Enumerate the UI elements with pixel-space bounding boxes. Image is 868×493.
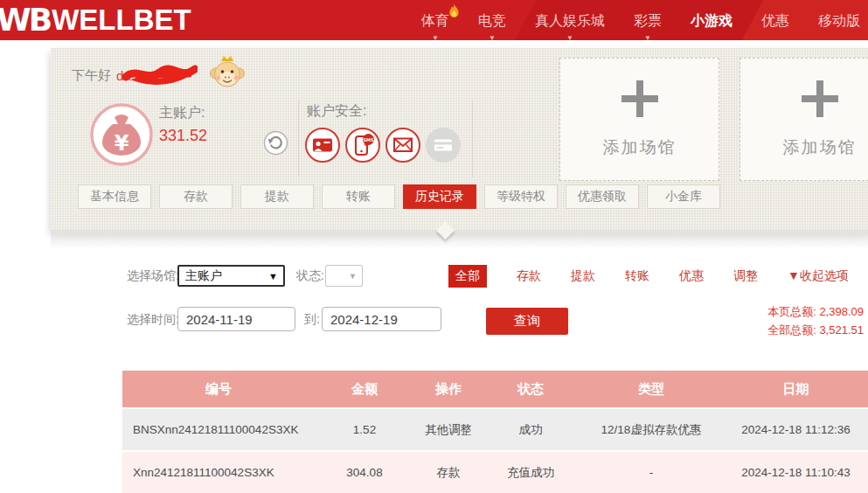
totals: 本页总额: 2,398.09 全部总额: 3,521.51 <box>767 302 864 339</box>
col-header-date: 日期 <box>724 381 868 398</box>
nav-item-label: 移动版 <box>818 13 860 28</box>
col-header-id: 编号 <box>122 381 315 398</box>
money-bag-icon: ¥ <box>89 102 154 167</box>
redaction-scribble <box>122 63 198 86</box>
cell-amount: 304.08 <box>315 466 414 479</box>
nav-item-label: 真人娱乐城 <box>535 13 605 28</box>
chevron-down-icon: ▼ <box>349 272 362 281</box>
cell-type: - <box>579 466 724 479</box>
hot-fire-icon <box>448 3 461 20</box>
tab-withdraw[interactable]: 提款 <box>240 184 314 209</box>
cell-id: BNSXnn24121811100042S3XK <box>122 423 315 436</box>
plus-icon <box>621 80 658 117</box>
yuan-symbol: ¥ <box>115 131 129 156</box>
tab-promo-claim[interactable]: 优惠领取 <box>566 184 639 209</box>
id-verification-icon[interactable] <box>304 127 341 163</box>
cell-status: 充值成功 <box>483 465 579 481</box>
nav-item-mobile-version[interactable]: 移动版 <box>818 10 860 31</box>
grand-total-label: 全部总额: <box>767 323 816 337</box>
page-total-value: 2,398.09 <box>819 305 864 318</box>
cell-type: 12/18虚拟存款优惠 <box>579 422 724 438</box>
account-panel: 下午好 da <box>51 48 868 230</box>
add-venue-card[interactable]: 添加场馆 <box>740 58 868 181</box>
col-header-operation: 操作 <box>414 381 483 398</box>
tab-history[interactable]: 历史记录 <box>403 184 476 209</box>
page-total-label: 本页总额: <box>767 305 816 318</box>
main-menu: 体育 ▼ 电竞 ▼ 真人娱乐城 ▼ 彩票 ▼ 小游戏 <box>421 0 860 40</box>
security-icons: SMS <box>304 127 462 163</box>
col-header-amount: 金额 <box>315 381 414 398</box>
top-nav-bar: WB WELLBET 体育 ▼ 电竞 ▼ 真人娱乐城 ▼ 彩票 <box>0 0 868 40</box>
nav-item-promotions[interactable]: 优惠 <box>761 10 789 31</box>
nav-item-live-casino[interactable]: 真人娱乐城 ▼ <box>535 10 605 31</box>
tab-transfer[interactable]: 转账 <box>322 184 395 209</box>
tab-piggy-bank[interactable]: 小金库 <box>647 184 720 209</box>
panel-shadow <box>51 230 868 249</box>
add-venue-card[interactable]: 添加场馆 <box>559 58 719 181</box>
sms-badge: SMS <box>363 137 374 142</box>
nav-item-mini-games[interactable]: 小游戏 <box>691 10 733 31</box>
nav-item-label: 小游戏 <box>691 13 733 28</box>
chevron-down-icon: ▼ <box>644 34 651 41</box>
chevron-down-icon: ▼ <box>268 271 283 281</box>
tab-basic-info[interactable]: 基本信息 <box>78 184 151 209</box>
collapse-options-link[interactable]: ▼收起选项 <box>788 268 849 284</box>
account-tabs: 基本信息 存款 提款 转账 历史记录 等级特权 优惠领取 小金库 <box>78 184 720 209</box>
chevron-down-icon: ▼ <box>489 34 496 41</box>
date-to-input[interactable] <box>322 307 441 331</box>
nav-item-lottery[interactable]: 彩票 ▼ <box>634 10 662 31</box>
email-icon[interactable] <box>385 127 421 163</box>
logo-mark: WB <box>0 2 50 38</box>
account-security-label: 账户安全: <box>307 102 366 121</box>
page-total: 本页总额: 2,398.09 <box>767 302 864 321</box>
type-tab-transfer[interactable]: 转账 <box>625 268 649 284</box>
divider <box>472 101 473 177</box>
date-from-input[interactable] <box>177 307 295 331</box>
refresh-balance-icon[interactable] <box>263 130 288 156</box>
plus-icon <box>802 80 838 117</box>
nav-item-label: 电竞 <box>478 13 506 28</box>
venue-filter-label: 选择场馆: <box>127 268 179 284</box>
venue-select[interactable]: 主账户 ▼ <box>177 265 285 287</box>
cell-date: 2024-12-18 11:10:43 <box>724 466 868 479</box>
nav-item-esports[interactable]: 电竞 ▼ <box>478 10 506 31</box>
account-balance: 331.52 <box>159 127 207 145</box>
record-type-tabs: 全部 存款 提款 转账 优惠 调整 ▼收起选项 <box>448 265 849 288</box>
table-row[interactable]: Xnn24121811100042S3XK 304.08 存款 充值成功 - 2… <box>122 452 868 493</box>
type-tab-promo[interactable]: 优惠 <box>679 268 704 284</box>
type-tab-deposit[interactable]: 存款 <box>517 268 541 284</box>
nav-item-sports[interactable]: 体育 ▼ <box>421 10 449 31</box>
add-venue-label: 添加场馆 <box>603 136 677 159</box>
table-header-row: 编号 金额 操作 状态 类型 日期 <box>122 371 868 407</box>
chevron-down-icon: ▼ <box>432 34 439 41</box>
time-filter-label: 选择时间: <box>127 312 179 328</box>
type-tab-adjustment[interactable]: 调整 <box>733 268 758 284</box>
divider <box>298 101 299 177</box>
wellbet-logo[interactable]: WB WELLBET <box>0 2 191 38</box>
cell-status: 成功 <box>483 422 579 438</box>
phone-sms-icon[interactable]: SMS <box>344 127 381 163</box>
table-row[interactable]: BNSXnn24121811100042S3XK 1.52 其他调整 成功 12… <box>122 409 868 450</box>
cell-operation: 存款 <box>414 465 483 481</box>
col-header-type: 类型 <box>579 381 724 398</box>
cell-date: 2024-12-18 11:12:36 <box>724 423 868 436</box>
greeting-text: 下午好 <box>72 67 111 84</box>
tab-deposit[interactable]: 存款 <box>159 184 233 209</box>
cell-operation: 其他调整 <box>414 422 483 438</box>
type-tab-all[interactable]: 全部 <box>448 265 487 288</box>
col-header-status: 状态 <box>483 381 579 398</box>
search-button[interactable]: 查询 <box>486 308 568 335</box>
grand-total: 全部总额: 3,521.51 <box>767 321 864 339</box>
tab-vip-privileges[interactable]: 等级特权 <box>484 184 558 209</box>
add-venue-label: 添加场馆 <box>783 136 857 159</box>
nav-item-label: 体育 <box>421 13 449 28</box>
to-label: 到: <box>304 312 320 328</box>
bank-card-icon[interactable] <box>425 127 462 163</box>
type-tab-withdraw[interactable]: 提款 <box>571 268 595 284</box>
logo-text: WELLBET <box>52 3 191 37</box>
greeting: 下午好 da <box>72 59 245 91</box>
status-select[interactable]: ▼ <box>325 265 363 287</box>
monkey-avatar <box>210 54 245 91</box>
grand-total-value: 3,521.51 <box>819 323 864 337</box>
nav-item-label: 优惠 <box>761 13 789 28</box>
